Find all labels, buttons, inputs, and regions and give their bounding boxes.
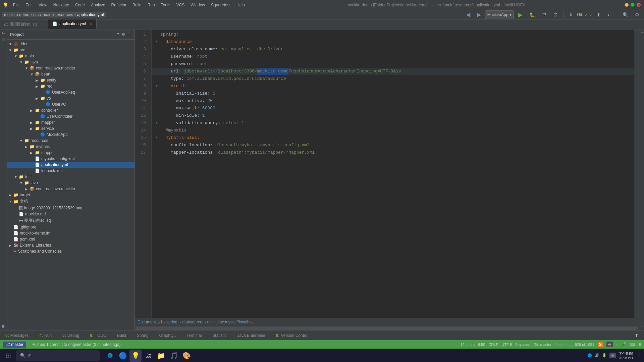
search-taskbar[interactable]: 🔍 ⊞ [16, 350, 100, 361]
sidebar-item-application-yml[interactable]: 📄 application.yml [7, 162, 135, 168]
sidebar-item-mapper[interactable]: ▶ 📁 mapper [7, 150, 135, 156]
resources-folder[interactable]: resources [55, 12, 73, 17]
tray-network[interactable]: 🌐 [587, 353, 592, 358]
debug-button[interactable]: 🐛 [527, 10, 538, 19]
sidebar-item-target[interactable]: ▶ 📁 target [7, 192, 135, 198]
tray-battery[interactable]: 🔋 [602, 353, 607, 358]
version-control-tab[interactable]: 8: Version Control [273, 332, 311, 339]
sidebar-item-mockitoapp[interactable]: 🔵 MockitoApp [7, 132, 135, 138]
bc-value[interactable]: jdbc:mysql://localho... [217, 320, 255, 324]
code-line-12[interactable]: min-idle: 1 [152, 112, 634, 119]
file-name[interactable]: application.yml [77, 12, 104, 17]
sidebar-item-test[interactable]: ▼ 📁 test [7, 174, 135, 180]
project-name[interactable]: mockito-demo [4, 12, 29, 17]
todo-tab[interactable]: 6: TODO [87, 332, 109, 339]
taskbar-intellij[interactable]: 💡 [129, 350, 142, 362]
project-tool-strip[interactable]: P [1, 31, 6, 35]
messages-tab[interactable]: 0: Messages [3, 332, 31, 339]
code-line-17[interactable]: mapper-locations: classpath*:mybatis/map… [152, 149, 634, 156]
menu-run[interactable]: Run [145, 1, 158, 9]
code-line-13[interactable]: ▼ validation-query: select 1 [152, 119, 634, 127]
git-branch-status[interactable]: ⎇ master [3, 342, 26, 348]
tab-sql[interactable]: 🗃 要用到的sql.sql ✕ [0, 19, 48, 29]
line-ending[interactable]: CRLF [488, 343, 498, 347]
profile-button[interactable]: ⏱ [550, 10, 560, 19]
tray-sound[interactable]: 🔊 [595, 353, 599, 358]
sidebar-item-src[interactable]: ▼ 📁 src [7, 47, 135, 53]
sidebar-item-usercontroller[interactable]: 🔵 UserController [7, 113, 135, 119]
main-folder[interactable]: main [43, 12, 51, 17]
code-line-9[interactable]: initial-size: 5 [152, 90, 634, 97]
expand-panel-button[interactable]: ⬆ [632, 331, 641, 340]
sidebar-item-mybatis-config-xml[interactable]: 📄 mybatis-config.xml [7, 156, 135, 162]
menu-window[interactable]: Window [188, 1, 208, 9]
menu-code[interactable]: Code [72, 1, 88, 9]
sidebar-item-scratches-and-consoles[interactable]: ✂ Scratches and Consoles [7, 248, 135, 254]
clock-display[interactable]: 下午5:59 2023/9/11 [619, 351, 634, 360]
indent-info[interactable]: 2 spaces [515, 343, 530, 347]
sidebar-item--gitignore[interactable]: 📄 .gitignore [7, 224, 135, 230]
menu-tools[interactable]: Tools [158, 1, 173, 9]
sidebar-item-pom-xml[interactable]: 📄 pom.xml [7, 236, 135, 242]
code-line-15[interactable]: ▼ mybatis-plus: [152, 134, 634, 142]
tab-yml[interactable]: 📄 application.yml ✕ [48, 19, 97, 29]
tab-sql-close[interactable]: ✕ [41, 22, 44, 27]
code-line-11[interactable]: max-wait: 60000 [152, 105, 634, 112]
code-line-7[interactable]: type: com.alibaba.druid.pool.DruidDataSo… [152, 75, 634, 83]
menu-navigate[interactable]: Navigate [51, 1, 72, 9]
statistic-tab[interactable]: Statistic [210, 332, 229, 339]
bookmarks-strip[interactable]: ☰ [1, 37, 6, 42]
sidebar-item-mockito-demo-iml[interactable]: 📄 mockito-demo.iml [7, 230, 135, 236]
menu-help[interactable]: Help [234, 1, 248, 9]
git-rollback[interactable]: ↩ [605, 10, 614, 19]
sidebar-item-controller[interactable]: ▶ 📁 controller [7, 107, 135, 113]
bc-doc[interactable]: Document 1/1 [138, 320, 163, 324]
menu-edit[interactable]: Edit [23, 1, 35, 9]
spring-tab[interactable]: Spring [134, 332, 151, 339]
java-enterprise-tab[interactable]: Java Enterprise [234, 332, 268, 339]
taskbar-app1[interactable]: 🗂 [142, 350, 154, 362]
sidebar-item-com-roadjava-mockito[interactable]: ▶ 📦 com.roadjava.mockito [7, 186, 135, 192]
sidebar-item-mapper[interactable]: ▶ 📁 mapper [7, 119, 135, 125]
bc-datasource[interactable]: datasource: [182, 320, 203, 324]
code-line-3[interactable]: driver-class-name: com.mysql.cj.jdbc.Dri… [152, 46, 634, 53]
code-line-2[interactable]: ▼ datasource: [152, 38, 634, 46]
show-desktop[interactable]: □ [636, 354, 640, 358]
taskbar-chrome[interactable]: 🔵 [117, 350, 129, 362]
taskbar-explorer[interactable]: 📁 [155, 350, 167, 362]
sidebar-sync-button[interactable]: ⟳ [116, 30, 121, 39]
code-line-14[interactable]: #mybatis [152, 127, 634, 134]
run-config-dropdown[interactable]: MockitoApp ▾ [485, 10, 514, 19]
search-everywhere[interactable]: 🔍 [620, 10, 631, 19]
sidebar-item-vo[interactable]: ▶ 📁 vo [7, 95, 135, 101]
sidebar-item-java[interactable]: ▼ 📁 java [7, 180, 135, 186]
sidebar-item-com-roadjava-mockito[interactable]: ▼ 📦 com.roadjava.mockito [7, 65, 135, 71]
taskbar-browser[interactable]: 🌐 [104, 350, 116, 362]
sidebar-item-useraddreq[interactable]: 🔵 UserAddReq [7, 89, 135, 95]
code-line-1[interactable]: spring: [152, 31, 634, 38]
run-tab[interactable]: 4: Run [37, 332, 54, 339]
code-line-6[interactable]: url: jdbc:mysql://localhost:3306/mockito… [152, 68, 634, 75]
minimize-button[interactable]: ─ [625, 3, 629, 7]
debug-tab[interactable]: 5: Debug [60, 332, 82, 339]
maximize-button[interactable]: □ [631, 3, 635, 7]
terminal-tab[interactable]: Terminal [184, 332, 204, 339]
taskbar-paint[interactable]: 🎨 [180, 350, 193, 362]
sidebar-item-external-libraries[interactable]: ▶ 📚 External Libraries [7, 242, 135, 248]
sidebar-minimize-button[interactable]: — [126, 30, 132, 39]
ime-lang[interactable]: 英 [606, 342, 613, 347]
bean-val-side-icon[interactable]: ✓ [639, 324, 644, 329]
sidebar-item-resources[interactable]: ▼ 📁 resources [7, 138, 135, 144]
git-push[interactable]: ⬆ [594, 10, 603, 19]
menu-build[interactable]: Build [130, 1, 144, 9]
bc-spring[interactable]: spring: [166, 320, 178, 324]
bean-validation-strip[interactable]: 🔎 [1, 323, 6, 329]
sidebar-item-main[interactable]: ▼ 📁 main [7, 53, 135, 59]
close-button[interactable]: ✕ [637, 3, 641, 7]
sidebar-item-entity[interactable]: ▶ 📁 entity [7, 77, 135, 83]
scrollbar-track[interactable] [136, 327, 638, 330]
event-log-link[interactable]: Event Log [555, 343, 572, 347]
menu-file[interactable]: File [10, 1, 22, 9]
menu-squaretest[interactable]: Squaretest [208, 1, 233, 9]
taskbar-music[interactable]: 🎵 [168, 350, 180, 362]
